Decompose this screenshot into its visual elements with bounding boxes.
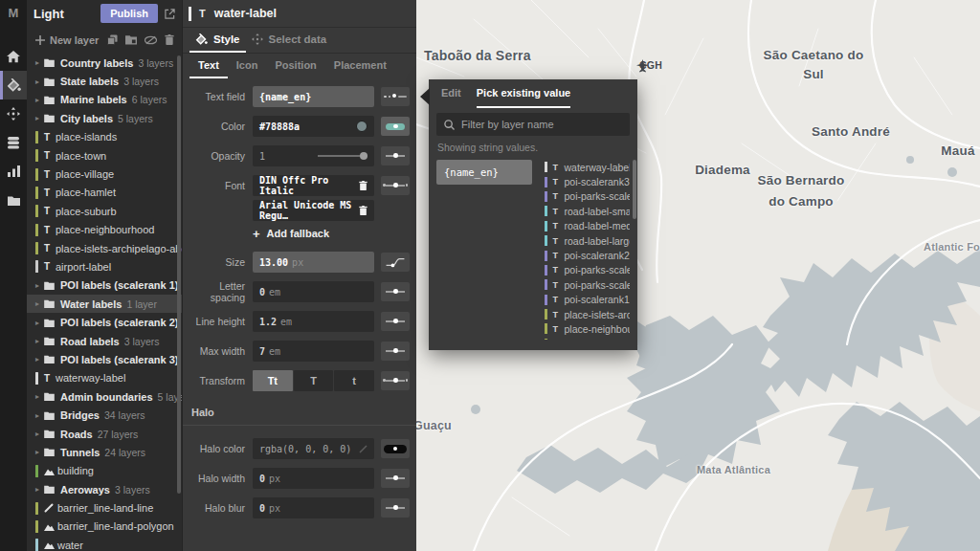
transform-option-t[interactable]: t xyxy=(334,370,374,391)
group-layers-icon[interactable] xyxy=(125,32,137,49)
expand-arrow-icon[interactable]: ▸ xyxy=(35,299,44,308)
layer-item[interactable]: ▸City labels5 layers xyxy=(27,109,182,127)
publish-button[interactable]: Publish xyxy=(100,4,158,23)
popup-layer-item[interactable]: Troad-label-small xyxy=(545,204,630,218)
expand-arrow-icon[interactable]: ▸ xyxy=(35,411,44,420)
opacity-function-button[interactable] xyxy=(381,146,410,165)
tab-style[interactable]: Style xyxy=(189,28,246,53)
add-fallback-button[interactable]: + Add fallback xyxy=(253,227,416,240)
popup-tab-edit[interactable]: Edit xyxy=(441,79,461,108)
layer-item[interactable]: ▸POI labels (scalerank 3)2 layers xyxy=(27,350,182,368)
layer-item[interactable]: ▸Water labels1 layer xyxy=(27,295,182,313)
layer-item[interactable]: Tplace-neighbourhood xyxy=(27,221,182,239)
layer-item[interactable]: barrier_line-land-polygon xyxy=(27,518,182,536)
current-value-chip[interactable]: {name_en} xyxy=(436,160,532,185)
home-icon[interactable] xyxy=(0,42,27,71)
popup-layer-item[interactable]: Tpoi-parks-scalera… xyxy=(545,189,630,204)
popup-layer-item[interactable]: Tpoi-parks-scalera… xyxy=(545,277,630,292)
external-link-icon[interactable] xyxy=(165,9,175,19)
size-function-button[interactable] xyxy=(381,253,410,272)
chart-icon[interactable] xyxy=(0,157,27,186)
popup-layer-item[interactable]: Tpoi-parks-scalera… xyxy=(545,263,630,277)
layer-item[interactable]: ▸Road labels3 layers xyxy=(27,332,182,350)
halo-color-function-button[interactable] xyxy=(381,439,410,458)
layer-item[interactable]: ▸Aeroways3 layers xyxy=(27,480,182,498)
layer-item[interactable]: ▸Country labels3 layers xyxy=(27,54,182,72)
layer-item[interactable]: Tplace-islands xyxy=(27,128,182,146)
layer-item[interactable]: water xyxy=(27,536,182,551)
size-input[interactable]: 13.00 px xyxy=(253,252,374,273)
text-field-input[interactable]: {name_en} xyxy=(253,86,374,107)
remove-font-icon[interactable] xyxy=(359,181,368,190)
tab-select-data[interactable]: Select data xyxy=(246,28,333,53)
line-height-function-button[interactable] xyxy=(381,312,410,331)
hide-layer-icon[interactable] xyxy=(145,32,157,49)
layer-item[interactable]: Tplace-hamlet xyxy=(27,184,182,202)
layer-item[interactable]: Tplace-islets-archipelago-aboriginal xyxy=(27,239,182,257)
popup-layer-item[interactable]: Tplace-suburb xyxy=(545,337,630,340)
layer-item[interactable]: Twaterway-label xyxy=(27,369,182,387)
halo-blur-input[interactable]: 0 px xyxy=(253,497,374,518)
expand-arrow-icon[interactable]: ▸ xyxy=(35,77,44,86)
expand-arrow-icon[interactable]: ▸ xyxy=(35,355,44,364)
expand-arrow-icon[interactable]: ▸ xyxy=(35,58,44,67)
expand-arrow-icon[interactable]: ▸ xyxy=(35,485,44,494)
halo-width-input[interactable]: 0 px xyxy=(253,468,374,489)
font-primary-input[interactable]: DIN Offc Pro Italic xyxy=(253,175,374,196)
font-function-button[interactable] xyxy=(381,176,410,195)
halo-width-function-button[interactable] xyxy=(381,469,410,488)
layer-filter-input[interactable] xyxy=(461,119,622,130)
layer-item[interactable]: Tairport-label xyxy=(27,257,182,276)
database-icon[interactable] xyxy=(0,128,27,157)
expand-arrow-icon[interactable]: ▸ xyxy=(35,337,44,345)
new-layer-button[interactable]: New layer xyxy=(35,34,99,46)
move-data-icon[interactable] xyxy=(0,99,27,128)
color-function-button[interactable] xyxy=(381,117,410,136)
transform-function-button[interactable] xyxy=(381,371,410,390)
remove-font-icon[interactable] xyxy=(359,206,368,215)
layers-scrollbar[interactable] xyxy=(177,55,181,494)
letter-spacing-input[interactable]: 0 em xyxy=(253,281,374,302)
layer-item[interactable]: barrier_line-land-line xyxy=(27,498,182,517)
font-fallback-input[interactable]: Arial Unicode MS Regu… xyxy=(253,200,374,221)
layer-item[interactable]: building xyxy=(27,462,182,480)
layer-item[interactable]: ▸Admin boundaries5 layers xyxy=(27,387,182,406)
popup-layer-item[interactable]: Troad-label-medium xyxy=(545,219,630,233)
expand-arrow-icon[interactable]: ▸ xyxy=(35,448,44,456)
color-swatch[interactable] xyxy=(356,121,368,132)
layer-item[interactable]: ▸Marine labels6 layers xyxy=(27,91,182,109)
popup-layer-item[interactable]: Tplace-islets-archip… xyxy=(545,307,630,321)
layer-item[interactable]: Tplace-village xyxy=(27,165,182,183)
expand-arrow-icon[interactable]: ▸ xyxy=(35,319,44,327)
subtab-text[interactable]: Text xyxy=(189,54,228,78)
expand-arrow-icon[interactable]: ▸ xyxy=(35,96,44,104)
popup-tab-pick-existing[interactable]: Pick existing value xyxy=(477,79,570,108)
layer-item[interactable]: ▸Bridges34 layers xyxy=(27,406,182,424)
layer-item[interactable]: ▸POI labels (scalerank 2)2 layers xyxy=(27,313,182,331)
delete-layer-icon[interactable] xyxy=(165,32,174,49)
layer-item[interactable]: ▸Tunnels24 layers xyxy=(27,443,182,461)
max-width-function-button[interactable] xyxy=(381,342,410,361)
subtab-position[interactable]: Position xyxy=(266,54,324,78)
layer-item[interactable]: ▸Roads27 layers xyxy=(27,425,182,443)
popup-layer-item[interactable]: Twaterway-label xyxy=(545,160,630,174)
opacity-slider[interactable] xyxy=(318,151,368,161)
expand-arrow-icon[interactable]: ▸ xyxy=(35,114,44,122)
popup-layer-item[interactable]: Tplace-neighbourh… xyxy=(545,321,630,336)
style-editor-icon[interactable] xyxy=(0,71,27,99)
halo-blur-function-button[interactable] xyxy=(381,498,410,518)
opacity-input[interactable]: 1 xyxy=(253,145,374,166)
layer-item[interactable]: Tplace-suburb xyxy=(27,202,182,220)
duplicate-layer-icon[interactable] xyxy=(107,32,118,49)
popup-scrollbar[interactable] xyxy=(633,160,636,219)
line-height-input[interactable]: 1.2 em xyxy=(253,311,374,332)
popup-layer-item[interactable]: Troad-label-large xyxy=(545,233,630,248)
expand-arrow-icon[interactable]: ▸ xyxy=(35,392,44,401)
subtab-icon[interactable]: Icon xyxy=(228,54,267,78)
folder-icon[interactable] xyxy=(0,186,27,214)
color-input[interactable]: #78888a xyxy=(253,116,374,137)
halo-color-input[interactable]: rgba(0, 0, 0, 0) xyxy=(253,438,374,459)
popup-layer-item[interactable]: Tpoi-scalerank1 xyxy=(545,293,630,307)
layer-item[interactable]: ▸POI labels (scalerank 1)2 layers xyxy=(27,276,182,295)
layer-item[interactable]: ▸State labels3 layers xyxy=(27,72,182,90)
